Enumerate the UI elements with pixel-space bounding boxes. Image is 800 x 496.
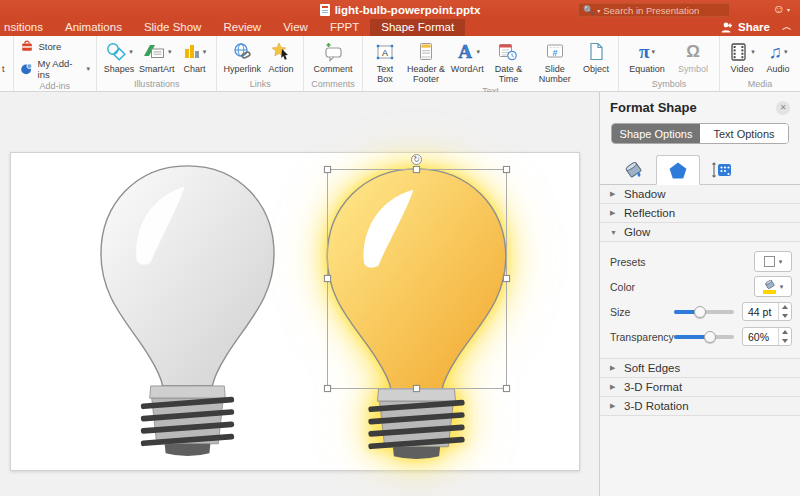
collapse-triangle-icon: ▶: [610, 402, 617, 410]
section-soft-edges[interactable]: ▶ Soft Edges: [600, 359, 800, 378]
size-spinner[interactable]: 44 pt: [742, 302, 792, 321]
action-button[interactable]: Action: [265, 39, 297, 75]
dropdown-arrow-icon: ▾: [129, 48, 133, 56]
size-label: Size: [610, 306, 672, 318]
glow-presets-dropdown[interactable]: ▾: [754, 251, 792, 272]
equation-button[interactable]: π ▾ Equation: [625, 39, 669, 75]
video-button[interactable]: ▾ Video: [726, 39, 758, 75]
light-bulb-plain-shape[interactable]: [93, 162, 282, 458]
video-label: Video: [731, 65, 754, 75]
tab-animations[interactable]: Animations: [54, 19, 133, 36]
bulb-glass: [101, 166, 274, 386]
selection-handle[interactable]: [503, 385, 510, 392]
collapse-ribbon-button[interactable]: ︿: [782, 20, 792, 34]
expand-triangle-icon: ▼: [610, 229, 617, 236]
slide-number-button[interactable]: # Slide Number: [534, 39, 576, 85]
feedback-button[interactable]: ☺ ▾: [773, 2, 790, 16]
ribbon-group-comments: Comment Comments: [304, 36, 363, 91]
dropdown-arrow-icon: ▾: [784, 48, 788, 56]
dropdown-arrow-icon: ▾: [168, 48, 172, 56]
color-swatch: [763, 290, 776, 294]
tab-fppt[interactable]: FPPT: [319, 19, 370, 36]
object-button[interactable]: Object: [580, 39, 612, 75]
step-down-icon[interactable]: [782, 339, 788, 343]
chart-label: Chart: [183, 65, 205, 75]
section-shadow-label: Shadow: [624, 188, 666, 200]
glow-size-row: Size 44 pt: [610, 299, 792, 324]
tab-view[interactable]: View: [272, 19, 319, 36]
section-reflection-label: Reflection: [624, 207, 675, 219]
selection-handle[interactable]: [324, 385, 331, 392]
chevron-down-icon[interactable]: ▾: [597, 7, 600, 14]
chart-button[interactable]: ▾ Chart: [178, 39, 210, 75]
tab-text-options[interactable]: Text Options: [700, 124, 788, 143]
selection-handle[interactable]: [324, 275, 331, 282]
clipped-button-label[interactable]: t: [2, 64, 7, 88]
stepper-arrows[interactable]: [778, 328, 791, 345]
search-box[interactable]: 🔍 ▾: [578, 3, 730, 17]
transparency-spinner[interactable]: 60%: [742, 327, 792, 346]
section-shadow[interactable]: ▶ Shadow: [600, 185, 800, 204]
tab-shape-options[interactable]: Shape Options: [612, 124, 700, 143]
ribbon-group-media: ▾ Video ♫ ▾ Audio Media: [720, 36, 800, 91]
shapes-button[interactable]: ▾ Shapes: [103, 39, 135, 75]
close-icon[interactable]: ✕: [776, 101, 790, 115]
document-icon: [320, 4, 330, 16]
selection-handle[interactable]: [413, 385, 420, 392]
header-footer-button[interactable]: Header & Footer: [405, 39, 447, 85]
selection-handle[interactable]: [503, 166, 510, 173]
search-input[interactable]: [603, 5, 735, 16]
tab-size-properties[interactable]: [700, 155, 744, 185]
text-box-icon: A: [375, 42, 395, 62]
glow-settings: Presets ▾ Color: [600, 242, 800, 359]
stepper-arrows[interactable]: [778, 303, 791, 320]
slide-canvas[interactable]: ↻: [10, 152, 580, 471]
section-3d-rotation[interactable]: ▶ 3-D Rotation: [600, 397, 800, 416]
date-time-button[interactable]: Date & Time: [487, 39, 529, 85]
step-up-icon[interactable]: [782, 305, 788, 309]
tab-transitions[interactable]: nsitions: [0, 19, 54, 36]
selection-handle[interactable]: [413, 166, 420, 173]
comment-button[interactable]: Comment: [310, 39, 356, 75]
transparency-slider[interactable]: [674, 335, 734, 339]
selection-handle[interactable]: [324, 166, 331, 173]
step-up-icon[interactable]: [782, 330, 788, 334]
text-box-button[interactable]: A Text Box: [369, 39, 401, 85]
svg-text:A: A: [382, 48, 388, 58]
ribbon-group-symbols: π ▾ Equation Ω Symbol Symbols: [619, 36, 720, 91]
section-3d-format[interactable]: ▶ 3-D Format: [600, 378, 800, 397]
slide-number-icon: #: [545, 42, 565, 62]
light-bulb-glowing-shape[interactable]: [319, 165, 514, 461]
slider-thumb[interactable]: [694, 306, 706, 318]
smartart-button[interactable]: ▾ SmartArt: [139, 39, 175, 75]
tab-slide-show[interactable]: Slide Show: [133, 19, 213, 36]
shapes-label: Shapes: [104, 65, 135, 75]
section-reflection[interactable]: ▶ Reflection: [600, 204, 800, 223]
effects-icon: [668, 161, 688, 180]
hyperlink-button[interactable]: Hyperlink: [223, 39, 261, 75]
step-down-icon[interactable]: [782, 314, 788, 318]
audio-button[interactable]: ♫ ▾ Audio: [762, 39, 794, 75]
tab-fill-line[interactable]: [612, 155, 656, 185]
size-slider[interactable]: [674, 310, 734, 314]
glow-color-dropdown[interactable]: ▾: [754, 276, 792, 297]
slider-thumb[interactable]: [704, 331, 716, 343]
dropdown-arrow-icon: ▾: [203, 48, 207, 56]
object-icon: [587, 42, 605, 62]
section-glow[interactable]: ▼ Glow: [600, 223, 800, 242]
share-button[interactable]: Share: [720, 21, 770, 33]
selection-handle[interactable]: [503, 275, 510, 282]
chart-icon: [183, 42, 201, 62]
bulb-cap: [393, 447, 440, 459]
tab-shape-format[interactable]: Shape Format: [370, 19, 465, 36]
my-add-ins-icon: [20, 62, 33, 76]
action-label: Action: [268, 65, 293, 75]
tab-review[interactable]: Review: [212, 19, 272, 36]
my-add-ins-button[interactable]: My Add-ins ▾: [20, 58, 90, 80]
store-button[interactable]: Store: [20, 39, 62, 53]
tab-effects[interactable]: [656, 155, 700, 185]
presets-label: Presets: [610, 256, 672, 268]
wordart-button[interactable]: A ▾ WordArt: [451, 39, 483, 75]
rotation-handle[interactable]: ↻: [411, 154, 422, 165]
svg-text:#: #: [552, 48, 557, 58]
